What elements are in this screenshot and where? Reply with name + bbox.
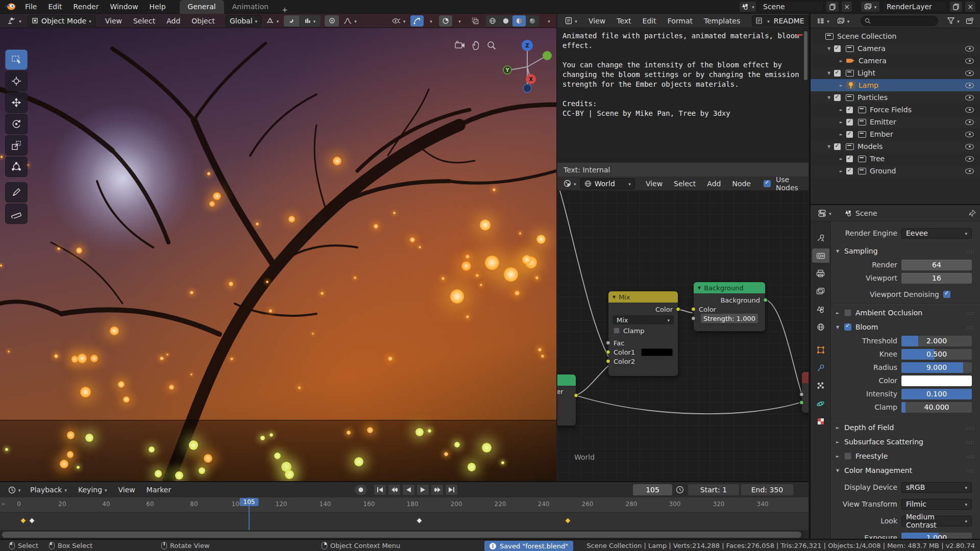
- menu-item[interactable]: Help: [144, 3, 172, 11]
- zoom-icon[interactable]: [486, 40, 497, 51]
- color-management-panel-header[interactable]: ▼Color Management::::: [831, 463, 980, 478]
- menu-item[interactable]: View: [640, 180, 668, 188]
- jump-to-end-button[interactable]: [445, 484, 458, 495]
- number-field[interactable]: 64: [901, 260, 972, 270]
- camera-view-icon[interactable]: [454, 40, 466, 51]
- collection-checkbox[interactable]: [834, 143, 841, 150]
- shader-type-selector[interactable]: World: [580, 178, 635, 189]
- collection-checkbox[interactable]: [834, 94, 841, 101]
- eye-icon[interactable]: [965, 156, 974, 162]
- eye-icon[interactable]: [965, 95, 974, 101]
- overlays-settings-selector[interactable]: [452, 15, 464, 27]
- outliner-row[interactable]: ►Tree: [811, 153, 980, 165]
- expander-icon[interactable]: ►: [836, 83, 846, 88]
- menu-item[interactable]: Add: [161, 17, 186, 25]
- eye-icon[interactable]: [965, 107, 974, 113]
- menu-item[interactable]: Marker: [141, 486, 177, 494]
- background-output-socket[interactable]: [763, 298, 768, 303]
- eye-icon[interactable]: [965, 168, 974, 174]
- drag-dots-icon[interactable]: ::::: [966, 425, 975, 431]
- overlays-toggle[interactable]: [439, 15, 452, 27]
- collection-checkbox[interactable]: [846, 168, 853, 174]
- eye-icon[interactable]: [965, 70, 974, 76]
- snap-settings-selector[interactable]: [299, 15, 321, 27]
- collection-checkbox[interactable]: [834, 70, 841, 77]
- node-socket[interactable]: [799, 400, 804, 405]
- new-collection-button[interactable]: [963, 15, 976, 27]
- panel-checkbox[interactable]: [844, 453, 851, 460]
- value-slider[interactable]: 0.500: [901, 349, 972, 360]
- outliner-row[interactable]: ►Ground: [811, 165, 980, 177]
- play-reverse-button[interactable]: [402, 484, 415, 495]
- shading-solid-button[interactable]: [499, 15, 512, 27]
- tab-texture[interactable]: [812, 414, 829, 429]
- tab-render[interactable]: [812, 248, 829, 263]
- menu-item[interactable]: File: [19, 3, 42, 11]
- dropdown[interactable]: Medium Contrast: [901, 516, 972, 527]
- gizmo-toggle[interactable]: [410, 15, 424, 27]
- view-layer-name-field[interactable]: RenderLayer: [882, 1, 947, 12]
- outliner-row[interactable]: Scene Collection: [811, 30, 980, 42]
- tab-output[interactable]: [812, 266, 829, 281]
- shading-rendered-button[interactable]: [526, 15, 539, 27]
- display-mode-selector[interactable]: [833, 15, 853, 27]
- outliner-search[interactable]: [861, 16, 938, 26]
- collection-checkbox[interactable]: [846, 107, 853, 113]
- shading-material-button[interactable]: [512, 15, 526, 27]
- axis-navigation-gizmo[interactable]: Z X Y: [499, 36, 555, 97]
- menu-item[interactable]: View: [583, 17, 611, 25]
- collection-checkbox[interactable]: [834, 45, 841, 52]
- eye-icon[interactable]: [965, 83, 974, 88]
- color1-input-socket[interactable]: [606, 350, 610, 355]
- outliner-row[interactable]: ►Camera: [811, 55, 980, 67]
- editor-type-button[interactable]: [561, 15, 581, 27]
- strength-field[interactable]: Strength: 1.000: [701, 314, 758, 323]
- tool-transform[interactable]: [5, 157, 28, 177]
- menu-item[interactable]: Object: [186, 17, 220, 25]
- shading-wireframe-button[interactable]: [486, 15, 499, 27]
- editor-type-button[interactable]: [4, 484, 24, 495]
- collection-checkbox[interactable]: [846, 131, 853, 138]
- menu-item[interactable]: Templates: [698, 17, 746, 25]
- new-scene-button[interactable]: [826, 1, 839, 12]
- use-preview-range-icon[interactable]: [676, 486, 684, 494]
- outliner-row[interactable]: ►Lamp: [811, 79, 980, 91]
- mix-node-header[interactable]: ▼Mix: [608, 291, 678, 303]
- text-scrollbar[interactable]: [804, 31, 807, 80]
- tab-scene[interactable]: [812, 302, 829, 316]
- expander-icon[interactable]: ►: [836, 132, 846, 137]
- panel-header[interactable]: ►Subsurface Scattering::::: [831, 435, 980, 449]
- expander-icon[interactable]: ▼: [824, 71, 834, 76]
- blender-logo-icon[interactable]: [4, 2, 16, 11]
- keyframe-diamond[interactable]: [20, 517, 27, 524]
- remove-view-layer-button[interactable]: ×: [965, 1, 976, 12]
- proportional-editing-toggle[interactable]: [325, 15, 339, 27]
- eye-icon[interactable]: [965, 119, 974, 125]
- menu-item[interactable]: Render: [68, 3, 105, 11]
- sampling-panel-header[interactable]: ▼Sampling::::: [831, 244, 980, 258]
- fac-input-socket[interactable]: [606, 341, 610, 345]
- number-field[interactable]: 16: [901, 273, 972, 284]
- object-visibility-selector[interactable]: [387, 15, 410, 27]
- next-keyframe-button[interactable]: [431, 484, 444, 495]
- expand-arrow-icon[interactable]: ►: [836, 454, 844, 459]
- 3d-viewport-canvas[interactable]: Z X Y: [0, 28, 556, 481]
- playhead-frame-chip[interactable]: 105: [240, 498, 259, 506]
- outliner-row[interactable]: ▼Particles: [811, 91, 980, 104]
- menu-item[interactable]: Select: [128, 17, 161, 25]
- value-slider[interactable]: 1.000: [901, 533, 972, 539]
- background-node[interactable]: ▼Background Background Color Strength: 1…: [694, 282, 765, 331]
- menu-item[interactable]: Window: [104, 3, 143, 11]
- snap-toggle[interactable]: [284, 15, 299, 27]
- prev-keyframe-button[interactable]: [388, 484, 401, 495]
- tab-object[interactable]: [812, 343, 829, 357]
- node-socket[interactable]: [799, 392, 804, 397]
- text-editor-body[interactable]: Animated file with particles, animated m…: [557, 28, 808, 162]
- eye-icon[interactable]: [965, 132, 974, 137]
- saved-notification-chip[interactable]: iSaved "forest.blend": [484, 541, 573, 551]
- drag-dots-icon[interactable]: ::::: [966, 439, 975, 445]
- render-engine-dropdown[interactable]: Eevee: [901, 228, 972, 239]
- drag-dots-icon[interactable]: ::::: [966, 454, 975, 459]
- outliner-row[interactable]: ►Force Fields: [811, 104, 980, 116]
- node-socket[interactable]: [574, 393, 578, 398]
